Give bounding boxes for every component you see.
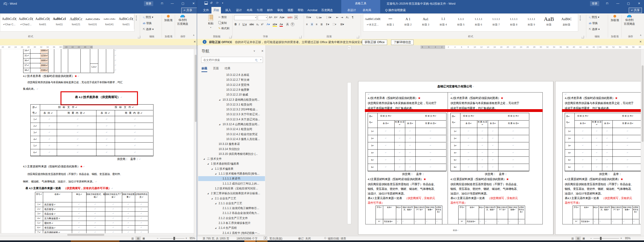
nav-item[interactable]: 10.3.12.3.2 2024年租金... bbox=[198, 107, 265, 112]
right-vertical-ruler[interactable] bbox=[347, 49, 351, 234]
tab-插入[interactable]: 插入 bbox=[224, 7, 233, 14]
tab-表布局[interactable]: 表布局 bbox=[361, 7, 373, 14]
nav-item[interactable]: ◢2.1 企业生产工艺 bbox=[198, 196, 265, 201]
nav-item[interactable]: ◢1.1.1 技术规格书逐条响应(按包... bbox=[198, 171, 265, 176]
tab-审阅[interactable]: 审阅 bbox=[276, 7, 285, 14]
taskbar-app-segment[interactable] bbox=[244, 240, 256, 242]
web-layout-icon[interactable]: ▦ bbox=[141, 236, 146, 240]
nav-item[interactable]: 10.3.12.2.6 丛春廷 bbox=[198, 72, 265, 78]
get-genuine-office-button[interactable]: 获取正版 Office bbox=[362, 40, 387, 45]
right-replace-button[interactable]: ab 替换 bbox=[589, 21, 598, 25]
right-zoom-slider[interactable] bbox=[600, 237, 602, 240]
left-zoom-level[interactable]: 95% bbox=[190, 237, 195, 240]
right-close-button[interactable]: ✕ bbox=[635, 0, 643, 7]
left-top-table[interactable]: 34↵35↵36↵37↵38↵1000↵1250↵1600↵2000↵2500↵… bbox=[23, 49, 114, 72]
tab-布局[interactable]: 布局 bbox=[245, 7, 254, 14]
track-changes-indicator[interactable]: 修订: 关闭 bbox=[298, 237, 311, 240]
read-mode-icon[interactable]: ▥ bbox=[570, 236, 576, 240]
font-dialog-launcher[interactable]: ⌟ bbox=[299, 36, 302, 38]
style-gallery-item[interactable]: 1.1.1标题 5 bbox=[452, 15, 470, 30]
style-gallery-item[interactable]: AaBbCcD(↵Char C... bbox=[1, 15, 18, 30]
style-gallery-item[interactable]: AaBbCcDdEefont141 bbox=[101, 15, 118, 30]
right-baidu-save-button[interactable]: 保存到百度网盘 bbox=[622, 15, 636, 26]
nav-item[interactable]: 2.1.4.1 流程卡 (包6记得换一... bbox=[198, 231, 265, 234]
taskbar-app-segment[interactable] bbox=[71, 240, 120, 242]
word-count[interactable]: 1605/53996 个字 bbox=[236, 237, 258, 240]
grow-font-icon[interactable]: A˄ bbox=[269, 16, 272, 19]
right-collapse-ribbon-icon[interactable]: ∧ bbox=[640, 34, 642, 36]
nav-close-icon[interactable]: ✕ bbox=[261, 49, 264, 52]
tab-视图[interactable]: 视图 bbox=[286, 7, 295, 14]
right-restore-button[interactable]: ▢ bbox=[624, 0, 632, 7]
nav-item[interactable]: 2.1.1.2 非晶合金油浸式电力... bbox=[198, 211, 265, 216]
style-gallery-item[interactable]: AaBbCcD(↵Char2... bbox=[18, 15, 34, 30]
nav-item[interactable]: 10.3.12.2.9 杨景磐 bbox=[198, 88, 265, 92]
phonetic-guide-icon[interactable]: wén bbox=[288, 16, 292, 19]
right-find-button[interactable]: ○˯ 查找 ▾ bbox=[589, 15, 599, 19]
right-vertical-scrollbar[interactable] bbox=[641, 49, 644, 236]
right-indent-marker[interactable] bbox=[597, 46, 599, 48]
left-baidu-save-button[interactable]: 保存到百度网盘 bbox=[176, 15, 190, 26]
cut-button[interactable]: ✂ 剪切 bbox=[218, 16, 227, 19]
language-indicator[interactable]: 英语(美国) bbox=[270, 237, 282, 240]
right-minimize-button[interactable]: — bbox=[614, 0, 622, 7]
taskbar-app-segment[interactable] bbox=[256, 240, 268, 242]
strikethrough-icon[interactable]: abc bbox=[250, 23, 254, 26]
nav-item[interactable]: ◢二 技术文件 bbox=[198, 156, 265, 161]
clipboard-dialog-launcher[interactable]: ⌟ bbox=[229, 36, 232, 38]
style-gallery-item[interactable]: 1.1.1.1标题 6 bbox=[470, 15, 487, 30]
mini-table-4-2[interactable]: 序↵号↵招 标 文 件↵投 标 文 件↵条 目↵简 要 内 容↵条 目↵简 要 … bbox=[368, 113, 446, 171]
multilevel-list-icon[interactable]: ⋮≡▾ bbox=[326, 16, 331, 19]
right-ribbon-options-icon[interactable]: ⊓ bbox=[603, 0, 611, 7]
expand-arrow-icon[interactable]: ◢ bbox=[215, 226, 216, 230]
left-restore-button[interactable]: ▢ bbox=[179, 0, 187, 7]
right-document-area[interactable]: 盘锦辽河宏泰电力有限公司↵ 818↵ ↵4.2技术差异表（投标时必须提供此附表）… bbox=[266, 49, 641, 234]
tab-引用[interactable]: 引用 bbox=[255, 7, 264, 14]
document-page-1[interactable]: 盘锦辽河宏泰电力有限公司↵ 818↵ ↵4.2技术差异表（投标时必须提供此附表）… bbox=[358, 81, 553, 234]
style-gallery-item[interactable]: 1.1.1.1标题 8 bbox=[505, 15, 522, 30]
mini-table-4-3[interactable]: 序号↵名称↵单位↵投标方响应型式、规格↵投标方响应生产厂家↵投标方响应数量↵证明… bbox=[376, 206, 442, 224]
mini-table-4-3[interactable]: 序号↵名称↵单位↵投标方响应型式、规格↵投标方响应生产厂家↵投标方响应数量↵证明… bbox=[458, 206, 524, 224]
left-collapse-ribbon-icon[interactable]: ∧ bbox=[193, 34, 194, 36]
nav-item[interactable]: 10.3.12.4.1 租赁合同 bbox=[198, 127, 265, 132]
expand-arrow-icon[interactable]: ◢ bbox=[219, 97, 220, 102]
left-zoom-slider[interactable] bbox=[174, 237, 175, 240]
right-ruler[interactable]: ∟ 86422468101214161820222426283032343638… bbox=[266, 45, 644, 49]
right-zoom-in-icon[interactable]: + bbox=[620, 237, 622, 240]
style-gallery-item[interactable]: AaB标题 bbox=[540, 15, 558, 30]
left-style-gallery[interactable]: AaBbCcD(↵Char C...AaBbCcD(↵Char2...AaBbC… bbox=[0, 14, 134, 32]
expand-arrow-icon[interactable]: ◢ bbox=[207, 161, 209, 166]
increase-indent-icon[interactable]: ⇥ bbox=[341, 16, 343, 19]
style-gallery-item[interactable]: 1.1标题 4 bbox=[435, 15, 452, 30]
right-signin-button[interactable]: 登录 bbox=[590, 1, 599, 6]
left-ribbon-options-icon[interactable]: ⊓ bbox=[158, 0, 166, 7]
style-gallery-item[interactable]: AaBbCcD(font01 bbox=[34, 15, 51, 30]
tab-文件[interactable]: 文件 bbox=[201, 7, 211, 14]
tab-百度网盘[interactable]: 百度网盘 bbox=[320, 7, 335, 14]
tab-邮件[interactable]: 邮件 bbox=[265, 7, 275, 14]
style-gallery-item[interactable]: AaBbCcIfont11 bbox=[51, 15, 68, 30]
taskbar[interactable] bbox=[0, 240, 644, 242]
show-marks-icon[interactable]: ¶ bbox=[352, 16, 353, 19]
style-gallery-item[interactable]: AaBbCcfont121 bbox=[68, 15, 84, 30]
left-titlebar[interactable]: 式] - Word 登录 ⊓ — ▢ ✕ bbox=[0, 0, 197, 7]
nav-item[interactable]: 10.3.12.4.3 服务人员往返... bbox=[198, 137, 265, 142]
sort-icon[interactable]: A↓ bbox=[346, 16, 349, 19]
nav-item[interactable]: 10.3.12.3.1 租赁合同 bbox=[198, 102, 265, 107]
search-icon[interactable]: ○˯ bbox=[255, 58, 258, 62]
left-document-area[interactable]: 34↵35↵36↵37↵38↵1000↵1250↵1600↵2000↵2500↵… bbox=[0, 49, 194, 233]
right-notification-close-icon[interactable]: ✕ bbox=[639, 40, 642, 43]
expand-arrow-icon[interactable]: ◢ bbox=[215, 201, 216, 206]
tab-设计[interactable]: 设计 bbox=[234, 7, 244, 14]
bullets-icon[interactable]: ⠿≡▾ bbox=[306, 16, 311, 19]
font-size-combobox[interactable]: ▾ bbox=[258, 15, 268, 20]
nav-item[interactable]: 10.3.15 供应商考核结果扣分 (... bbox=[198, 152, 265, 156]
nav-item[interactable]: 10.3.13 服务承诺 bbox=[198, 142, 265, 146]
expand-arrow-icon[interactable]: ◢ bbox=[211, 196, 212, 201]
left-find-button[interactable]: ○˯ 查找 ▾ bbox=[143, 15, 153, 19]
tellme-button[interactable]: Ϙ 操作说明搜索 bbox=[385, 8, 406, 12]
nav-item[interactable]: 1.1.1.1 承诺书 bbox=[198, 176, 265, 181]
nav-item[interactable]: ◢10.3.12.3 盘锦网点租赁合同... bbox=[198, 97, 265, 102]
save-icon[interactable] bbox=[204, 2, 208, 5]
style-gallery-item[interactable]: AaBbC副标题 bbox=[558, 15, 575, 30]
